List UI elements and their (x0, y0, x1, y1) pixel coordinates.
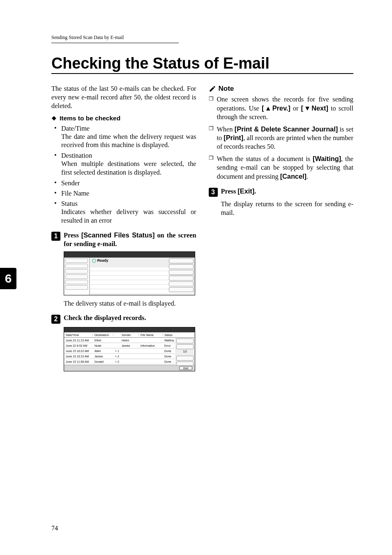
status-table-body: June 23 11:15 AMEthelHelenWaiting June 2… (64, 338, 175, 364)
prev-ref: [▲Prev.] (262, 104, 291, 112)
step-1-result: The delivery status of e-mail is display… (64, 299, 196, 308)
left-pane-button[interactable] (65, 269, 88, 274)
item-desc: When multiple destinations were selected… (61, 160, 196, 177)
attach-subject-button[interactable] (169, 270, 194, 275)
item-title: File Name (61, 189, 196, 198)
scanned-files-status-button[interactable] (169, 258, 194, 263)
step-number-icon: 2 (51, 315, 60, 324)
list-item: Status Indicates whether delivery was su… (61, 200, 196, 225)
note-item: When [Print & Delete Scanner Journal] is… (217, 125, 354, 152)
page-title: Checking the Status of E-mail (51, 55, 353, 72)
screenshot-send-screen: Ready (64, 251, 195, 295)
step-1-pre: Press (64, 231, 81, 239)
col-status: Status (163, 334, 195, 336)
scanned-files-status-ref: [Scanned Files Status] (81, 231, 155, 239)
cancel-ref: [Cancel] (280, 173, 307, 180)
table-row[interactable]: June 23 11:15 AMEthelHelenWaiting (64, 338, 175, 343)
attach-sender-name-button[interactable] (169, 264, 194, 269)
col-sender: Sender (120, 334, 139, 336)
cancel-button[interactable] (176, 339, 194, 343)
right-button-column (169, 258, 194, 293)
left-pane-button[interactable] (65, 274, 88, 279)
note-item: When the status of a document is [Waitin… (217, 154, 354, 181)
exit-button[interactable]: Exit (179, 366, 192, 370)
store-file-button[interactable] (169, 287, 194, 292)
note-list: One screen shows the records for five se… (209, 95, 354, 181)
list-item: Date/Time The date and time when the del… (61, 124, 196, 150)
status-footer: Exit (64, 365, 195, 371)
step-number-icon: 1 (51, 232, 60, 241)
screenshot-send-inner: Ready (64, 252, 195, 295)
page: Sending Stored Scan Data by E-mail Check… (0, 0, 392, 555)
left-pane-button[interactable] (65, 264, 88, 268)
item-title: Status (61, 200, 196, 208)
table-row[interactable]: June 15 10:15 AMJames+ 2Done (64, 354, 175, 359)
col-filename: File Name (139, 334, 163, 336)
list-item: File Name (61, 189, 196, 198)
left-pane-button[interactable] (65, 258, 88, 263)
note-item: One screen shows the records for five se… (217, 95, 354, 122)
item-title: Destination (61, 152, 196, 160)
item-desc: Indicates whether delivery was successfu… (61, 208, 196, 225)
exit-ref: [Exit] (238, 187, 254, 195)
file-type-button[interactable] (169, 276, 194, 281)
page-number: 74 (51, 525, 58, 532)
step-3: 3 Press [Exit]. (209, 187, 354, 197)
table-row[interactable]: June 15 10:22 AMAllen+ 1Done (64, 348, 175, 354)
title-rule (51, 73, 353, 74)
status-side-buttons: 1/2 (176, 339, 194, 367)
ready-indicator: Ready (92, 258, 108, 263)
item-title: Date/Time (61, 124, 196, 133)
items-list: Date/Time The date and time when the del… (51, 124, 196, 225)
step-1-result-text: The delivery status of e-mail is display… (64, 299, 196, 308)
step-2-text: Check the displayed records. (64, 314, 146, 322)
col-destination: Destination (93, 334, 113, 336)
left-panel (64, 258, 90, 295)
screenshot-status-inner: Date/Time Destination Sender File Name S… (64, 327, 195, 371)
titlebar (64, 327, 195, 332)
step-2: 2 Check the displayed records. (51, 314, 196, 324)
note-heading: Note (209, 85, 354, 93)
item-desc: The date and time when the delivery requ… (61, 133, 196, 150)
item-title: Sender (61, 179, 196, 187)
intro-paragraph: The status of the last 50 e-mails can be… (51, 85, 196, 111)
step-1-text: Press [Scanned Files Status] on the scre… (64, 231, 196, 249)
left-pane-button[interactable] (65, 285, 88, 290)
titlebar (64, 252, 195, 258)
print-button[interactable] (176, 344, 194, 349)
two-column-layout: The status of the last 50 e-mails can be… (51, 85, 353, 375)
list-item: Destination When multiple destinations w… (61, 152, 196, 177)
print-delete-journal-ref: [Print & Delete Scanner Journal] (235, 125, 338, 133)
left-pane-button[interactable] (65, 280, 88, 284)
col-datetime: Date/Time (64, 334, 93, 336)
left-column: The status of the last 50 e-mails can be… (51, 85, 196, 375)
diamond-icon: ❖ (51, 115, 57, 122)
prev-button[interactable] (176, 356, 194, 361)
step-1: 1 Press [Scanned Files Status] on the sc… (51, 231, 196, 249)
step-3-text: Press [Exit]. (221, 187, 256, 196)
section-tab: 6 (0, 268, 16, 289)
right-column: Note One screen shows the records for fi… (209, 85, 354, 375)
status-table-header: Date/Time Destination Sender File Name S… (64, 332, 195, 338)
waiting-ref: [Waiting] (313, 155, 341, 162)
next-ref: [▼Next] (301, 104, 328, 112)
items-heading-text: Items to be checked (60, 115, 120, 122)
items-heading: ❖Items to be checked (51, 115, 196, 122)
note-label: Note (219, 85, 234, 93)
screenshot-status-list: Date/Time Destination Sender File Name S… (64, 327, 195, 371)
print-ref: [Print] (224, 134, 243, 141)
pencil-icon (209, 85, 216, 92)
table-row[interactable]: June 15 11:08 AMDonald+ 2Done (64, 359, 175, 364)
step-3-result: The display returns to the screen for se… (221, 200, 354, 217)
running-head: Sending Stored Scan Data by E-mail (51, 35, 179, 43)
page-indicator: 1/2 (176, 350, 194, 355)
step-3-result-text: The display returns to the screen for se… (221, 200, 354, 217)
table-row[interactable]: June 22 8:52 AMNoahJamesInformationError (64, 343, 175, 348)
list-item: Sender (61, 179, 196, 187)
step-number-icon: 3 (209, 188, 218, 197)
select-stored-file-button[interactable] (169, 281, 194, 286)
